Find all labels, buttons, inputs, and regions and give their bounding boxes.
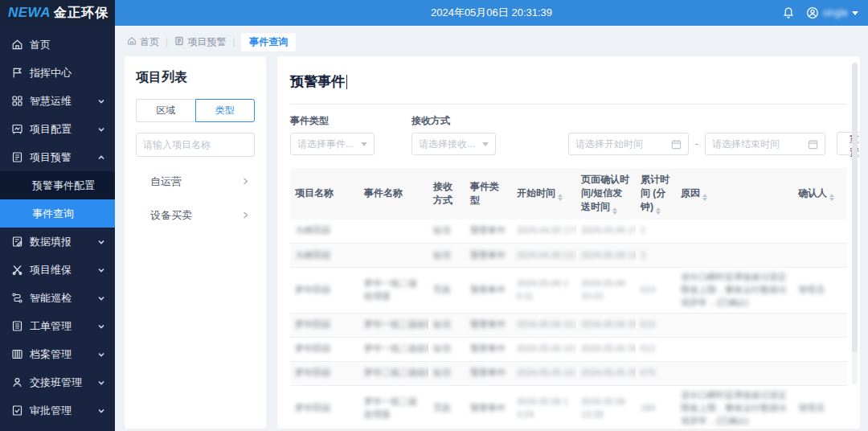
sort-icon[interactable] <box>656 207 661 215</box>
column-label: 累计时间 (分钟) <box>641 174 669 212</box>
cell-confirmer <box>793 361 847 385</box>
sidebar-item-smart-patrol[interactable]: 智能巡检 <box>0 284 115 312</box>
config-icon <box>11 123 23 135</box>
patrol-icon <box>11 292 23 304</box>
cell-confirm: 2024.05.06 17:05 <box>576 220 636 244</box>
project-list-panel: 项目列表 区域类型 自运营设备买卖 <box>125 56 266 429</box>
sidebar-item-label: 工单管理 <box>30 319 97 334</box>
events-table: 项目名称事件名称接收方式事件类型开始时间页面确认时间/短信发送时间累计时间 (分… <box>290 168 847 429</box>
chevron-down-icon <box>97 97 105 105</box>
table-header-cell: 确认人 <box>793 168 847 220</box>
cell-reason <box>676 337 793 361</box>
table-row: 大峰田园短信预警事件2024.04.30 12:222024.05.06 14:… <box>290 244 847 268</box>
sidebar-item-archive[interactable]: 档案管理 <box>0 340 115 368</box>
table-header-cell: 页面确认时间/短信发送时间 <box>576 168 636 220</box>
workorder-icon <box>11 320 23 332</box>
chevron-down-icon <box>482 142 489 146</box>
project-search-input[interactable] <box>136 133 255 157</box>
tab-type[interactable]: 类型 <box>195 99 256 122</box>
chevron-down-icon <box>97 322 105 330</box>
sort-icon[interactable] <box>829 194 834 201</box>
sidebar-subitem-alert-event-config[interactable]: 预警事件配置 <box>0 171 115 199</box>
project-list-title: 项目列表 <box>136 69 255 86</box>
cell-event <box>359 244 428 268</box>
sidebar-item-data-report[interactable]: 数据填报 <box>0 228 115 256</box>
cell-receive: 短信 <box>428 361 465 385</box>
cell-type: 预警事件 <box>465 313 512 337</box>
sidebar-item-approval[interactable]: 审批管理 <box>0 396 115 425</box>
alert-events-panel: 预警事件 事件类型 请选择事件... 接收方式 请选择接收... 请选择开始时间… <box>277 56 860 429</box>
logo-text-en: NEWA <box>8 5 51 21</box>
cell-confirmer <box>793 220 847 244</box>
cell-confirm: 2024.05.06 10:22 <box>576 268 636 314</box>
cell-start: 2024.05.06 10:11 <box>512 361 576 385</box>
home-icon <box>127 36 137 48</box>
cell-type: 预警事件 <box>465 385 512 429</box>
report-icon <box>11 236 23 248</box>
sidebar-item-label: 档案管理 <box>30 347 97 362</box>
cell-reason: 进水口瞬时监测值超过设定限值上限，整体运行数据出现异常，(已确认) <box>676 268 793 314</box>
event-type-select[interactable]: 请选择事件... <box>290 133 375 155</box>
scrollbar-thumb[interactable] <box>852 63 858 352</box>
cell-project: 大峰田园 <box>290 244 359 268</box>
scrollbar-track[interactable] <box>852 63 858 384</box>
cell-project: 大峰田园 <box>290 220 359 244</box>
receive-method-placeholder: 请选择接收... <box>419 138 475 151</box>
cell-event: 梦华一线二级处理器 <box>359 313 428 337</box>
cell-receive: 页面 <box>428 268 465 314</box>
divider <box>290 104 847 105</box>
sidebar-item-shift-management[interactable]: 交接班管理 <box>0 368 115 396</box>
breadcrumb-item-home[interactable]: 首页 <box>127 35 159 49</box>
sidebar-item-home[interactable]: 首页 <box>0 31 115 59</box>
column-label: 项目名称 <box>295 187 334 199</box>
sidebar-item-work-order[interactable]: 工单管理 <box>0 312 115 340</box>
breadcrumb-item-event-query[interactable]: 事件查询 <box>241 33 296 51</box>
sidebar-item-project-alert[interactable]: 项目预警 <box>0 143 115 171</box>
end-time-picker[interactable]: 请选择结束时间 <box>705 133 825 155</box>
project-tree-item-self-operated[interactable]: 自运营 <box>136 165 255 199</box>
cell-reason <box>676 244 793 268</box>
bell-icon[interactable] <box>782 6 795 19</box>
sidebar-item-project-config[interactable]: 项目配置 <box>0 115 115 143</box>
sidebar-item-smart-ops[interactable]: 智慧运维 <box>0 87 115 115</box>
chevron-down-icon <box>97 266 105 274</box>
project-tree-item-equipment-trade[interactable]: 设备买卖 <box>136 199 255 232</box>
sidebar-item-command-center[interactable]: 指挥中心 <box>0 59 115 87</box>
cell-confirm: 2024.05.06 20:28 <box>576 313 636 337</box>
chevron-down-icon <box>97 238 105 246</box>
start-time-picker[interactable]: 请选择开始时间 <box>568 133 689 155</box>
sort-icon[interactable] <box>558 194 563 201</box>
sidebar-item-label: 指挥中心 <box>30 66 105 80</box>
table-header-cell: 累计时间 (分钟) <box>636 168 676 220</box>
cell-type: 预警事件 <box>465 361 512 385</box>
project-tree-item-label: 设备买卖 <box>150 208 192 223</box>
sidebar-item-label: 项目维保 <box>30 263 97 277</box>
cell-confirm: 2024.05.06 13:28 <box>576 385 636 429</box>
sort-icon[interactable] <box>612 207 617 215</box>
table-row: 梦华田园梦华一线二级处理器页面预警事件2024.05.06 13:242024.… <box>290 385 847 429</box>
cell-project: 梦华田园 <box>290 268 359 314</box>
sort-icon[interactable] <box>702 194 707 201</box>
receive-method-select[interactable]: 请选择接收... <box>411 133 496 155</box>
column-label: 开始时间 <box>517 187 555 199</box>
cell-type: 预警事件 <box>465 268 512 314</box>
user-menu[interactable]: single <box>806 6 858 19</box>
breadcrumb-separator: | <box>232 36 235 47</box>
cell-confirmer <box>793 337 847 361</box>
avatar-icon <box>806 6 819 19</box>
end-time-placeholder: 请选择结束时间 <box>712 138 780 151</box>
sidebar-item-label: 智能巡检 <box>30 291 97 306</box>
column-label: 事件类型 <box>470 181 499 206</box>
table-header-row: 项目名称事件名称接收方式事件类型开始时间页面确认时间/短信发送时间累计时间 (分… <box>290 168 847 220</box>
date-range-separator: - <box>695 138 698 150</box>
sidebar-subitem-label: 预警事件配置 <box>32 179 95 193</box>
breadcrumb-item-project-alert[interactable]: 项目预警 <box>174 35 226 49</box>
sidebar-item-label: 智慧运维 <box>30 94 97 109</box>
sidebar-item-project-maintenance[interactable]: 项目维保 <box>0 256 115 284</box>
cell-receive: 短信 <box>428 313 465 337</box>
topbar-datetime: 2024年05月06日 20:31:39 <box>115 6 868 20</box>
tab-region[interactable]: 区域 <box>136 99 195 122</box>
sidebar-subitem-event-query[interactable]: 事件查询 <box>0 199 115 228</box>
column-label: 页面确认时间/短信发送时间 <box>581 174 629 212</box>
cell-type: 预警事件 <box>465 220 512 244</box>
